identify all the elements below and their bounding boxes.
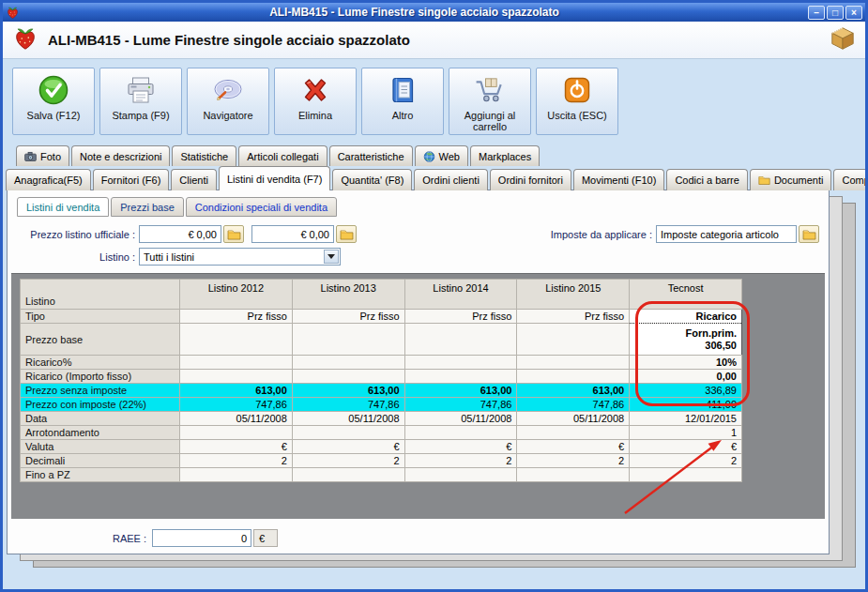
grid-cell[interactable]	[517, 426, 630, 440]
tab-caratteristiche[interactable]: Caratteristiche	[329, 145, 413, 166]
grid-cell[interactable]	[517, 356, 630, 370]
tab-foto[interactable]: Foto	[16, 145, 69, 166]
grid-cell[interactable]	[292, 426, 404, 440]
imposte-input[interactable]: Imposte categoria articolo	[656, 225, 797, 243]
grid-cell[interactable]: 613,00	[180, 384, 293, 398]
grid-cell[interactable]	[180, 356, 293, 370]
grid-cell[interactable]: 613,00	[292, 384, 404, 398]
grid-cell[interactable]: 747,86	[517, 398, 630, 412]
elimina-button[interactable]: Elimina	[274, 68, 357, 135]
tab-fornitori-f6[interactable]: Fornitori (F6)	[93, 169, 170, 190]
grid-cell[interactable]: €	[180, 440, 293, 454]
prezzo-ufficiale-input-1[interactable]: € 0,00	[139, 225, 221, 243]
grid-cell[interactable]	[180, 324, 293, 356]
grid-column-header[interactable]: Listino 2014	[404, 280, 517, 310]
stampa-button[interactable]: Stampa (F9)	[99, 68, 182, 135]
grid-cell[interactable]	[404, 426, 517, 440]
grid-cell[interactable]	[292, 370, 404, 384]
grid-cell[interactable]	[292, 324, 404, 356]
navigatore-button[interactable]: Navigatore	[187, 68, 269, 135]
tab-composizioni[interactable]: Composizioni	[833, 169, 868, 190]
grid-cell[interactable]: Ricarico	[630, 310, 742, 324]
folder-lookup-button[interactable]	[223, 225, 244, 243]
grid-cell[interactable]: 05/11/2008	[517, 412, 630, 426]
chevron-down-icon[interactable]	[324, 250, 339, 264]
grid-cell[interactable]: 05/11/2008	[292, 412, 404, 426]
grid-cell[interactable]: 336,89	[630, 384, 742, 398]
tab-quantita-f8[interactable]: Quantita' (F8)	[332, 169, 412, 190]
tab-clienti[interactable]: Clienti	[171, 169, 217, 190]
uscita-button[interactable]: Uscita (ESC)	[536, 68, 618, 135]
aggiungi-carrello-button[interactable]: Aggiungi al carrello	[449, 68, 531, 135]
grid-cell[interactable]: Prz fisso	[292, 310, 404, 324]
grid-column-header[interactable]: Listino 2012	[180, 280, 293, 310]
grid-cell[interactable]: 1	[630, 426, 742, 440]
grid-cell[interactable]	[180, 370, 293, 384]
grid-cell[interactable]	[180, 468, 293, 482]
grid-cell[interactable]	[180, 426, 293, 440]
grid-cell[interactable]: €	[404, 440, 517, 454]
grid-cell[interactable]: 747,86	[292, 398, 404, 412]
grid-cell[interactable]: 613,00	[517, 384, 630, 398]
subtab-listini-di-vendita[interactable]: Listini di vendita	[17, 197, 109, 217]
grid-cell[interactable]: 12/01/2015	[630, 412, 742, 426]
grid-cell[interactable]: 2	[404, 454, 517, 468]
salva-button[interactable]: Salva (F12)	[12, 68, 95, 135]
grid-cell[interactable]: 05/11/2008	[180, 412, 293, 426]
grid-cell[interactable]: 2	[517, 454, 630, 468]
grid-cell[interactable]: €	[630, 440, 742, 454]
tab-codici-a-barre[interactable]: Codici a barre	[666, 169, 747, 190]
folder-lookup-button[interactable]	[799, 225, 819, 243]
tab-listini-di-vendita-f7[interactable]: Listini di vendita (F7)	[219, 166, 331, 190]
grid-cell[interactable]	[292, 356, 404, 370]
maximize-button[interactable]: □	[827, 6, 844, 20]
grid-cell[interactable]: 10%	[630, 356, 742, 370]
tab-note-e-descrizioni[interactable]: Note e descrizioni	[71, 145, 170, 166]
folder-lookup-button[interactable]	[336, 225, 357, 243]
grid-cell[interactable]: 411,00	[630, 398, 742, 412]
subtab-prezzi-base[interactable]: Prezzi base	[111, 197, 183, 217]
tab-movimenti-f10[interactable]: Movimenti (F10)	[573, 169, 664, 190]
tab-documenti[interactable]: Documenti	[750, 169, 832, 190]
tab-ordini-clienti[interactable]: Ordini clienti	[414, 169, 488, 190]
grid-cell[interactable]: Forn.prim. 306,50	[630, 324, 742, 356]
grid-cell[interactable]: 613,00	[404, 384, 517, 398]
grid-column-header[interactable]: Listino 2015	[517, 280, 630, 310]
close-button[interactable]: ×	[845, 6, 862, 20]
grid-cell[interactable]	[404, 468, 517, 482]
grid-cell[interactable]: 747,86	[404, 398, 517, 412]
grid-cell[interactable]: Prz fisso	[180, 310, 293, 324]
grid-cell[interactable]	[404, 356, 517, 370]
tab-articoli-collegati[interactable]: Articoli collegati	[238, 145, 327, 166]
tab-ordini-fornitori[interactable]: Ordini fornitori	[490, 169, 571, 190]
grid-column-header[interactable]: Listino 2013	[292, 280, 404, 310]
grid-cell[interactable]	[517, 370, 630, 384]
grid-cell[interactable]	[292, 468, 404, 482]
raee-input[interactable]: 0	[152, 529, 251, 547]
grid-cell[interactable]: Prz fisso	[404, 310, 517, 324]
grid-cell[interactable]	[404, 324, 517, 356]
minimize-button[interactable]: –	[808, 6, 825, 20]
grid-cell[interactable]: 2	[180, 454, 293, 468]
grid-cell[interactable]: €	[292, 440, 404, 454]
prezzo-ufficiale-input-2[interactable]: € 0,00	[251, 225, 334, 243]
tab-markplaces[interactable]: Markplaces	[470, 145, 540, 166]
grid-cell[interactable]	[517, 324, 630, 356]
listino-select[interactable]: Tutti i listini	[139, 248, 341, 266]
tab-anagrafica-f5[interactable]: Anagrafica(F5)	[6, 169, 91, 190]
grid-column-header[interactable]: Tecnost	[630, 280, 742, 310]
grid-cell[interactable]: 2	[292, 454, 404, 468]
grid-cell[interactable]	[630, 468, 742, 482]
grid-cell[interactable]: 05/11/2008	[404, 412, 517, 426]
grid-cell[interactable]: €	[517, 440, 630, 454]
altro-button[interactable]: Altro	[361, 68, 444, 135]
subtab-condizioni-speciali-di-vendita[interactable]: Condizioni speciali di vendita	[186, 197, 337, 217]
grid-cell[interactable]: 0,00	[630, 370, 742, 384]
grid-cell[interactable]: 747,86	[180, 398, 293, 412]
grid-cell[interactable]: Prz fisso	[517, 310, 630, 324]
tab-web[interactable]: Web	[415, 145, 468, 166]
grid-cell[interactable]	[517, 468, 630, 482]
grid-cell[interactable]	[404, 370, 517, 384]
tab-statistiche[interactable]: Statistiche	[172, 145, 236, 166]
grid-cell[interactable]: 2	[630, 454, 742, 468]
